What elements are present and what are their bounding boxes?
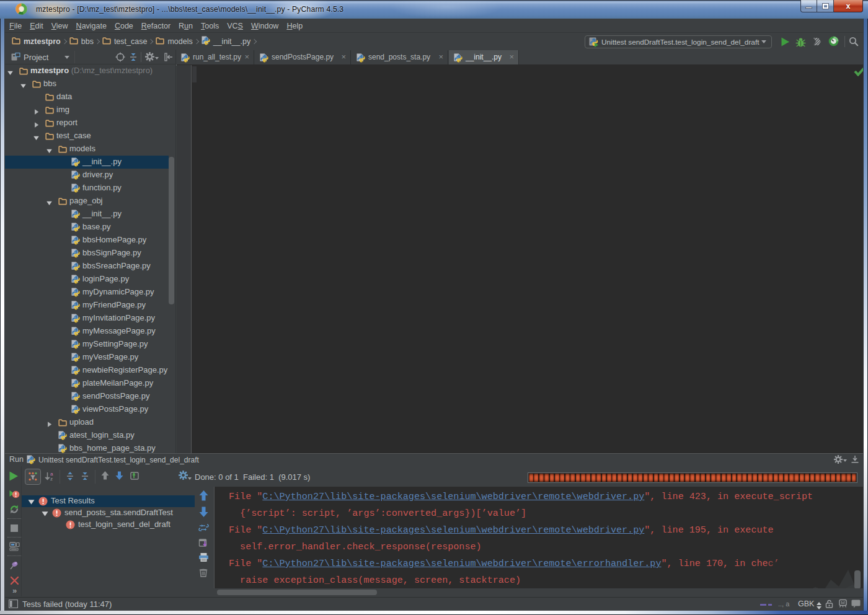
svg-text:z: z (50, 476, 53, 481)
